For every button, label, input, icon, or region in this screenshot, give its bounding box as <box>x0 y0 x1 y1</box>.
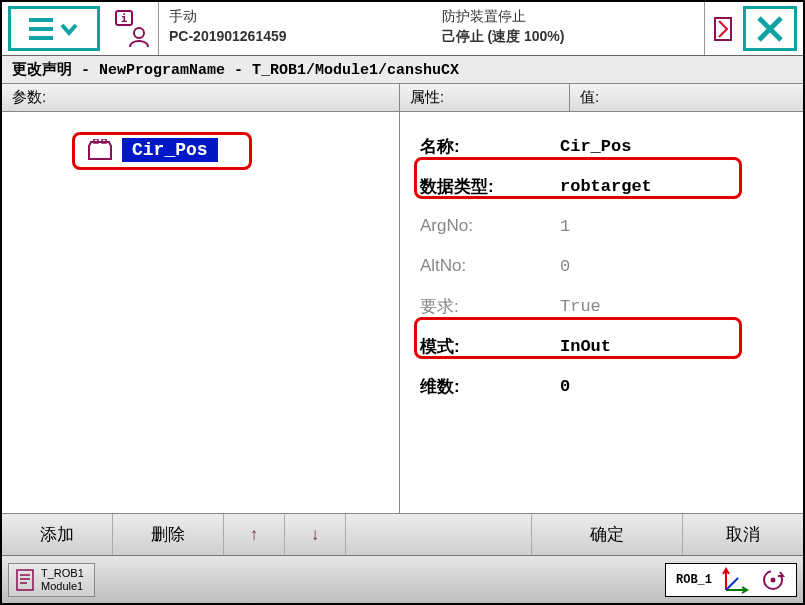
header-parameters: 参数: <box>2 84 400 111</box>
header-value: 值: <box>570 84 803 111</box>
svg-rect-8 <box>17 570 33 590</box>
attribute-row[interactable]: 模式:InOut <box>420 326 791 366</box>
task-name: T_ROB1 <box>41 567 84 580</box>
attribute-label: 数据类型: <box>420 175 560 198</box>
svg-point-2 <box>134 28 144 38</box>
attribute-value: True <box>560 297 791 316</box>
attribute-row[interactable]: AltNo:0 <box>420 246 791 286</box>
system-warning-icon[interactable] <box>705 2 741 55</box>
breadcrumb: 更改声明 - NewProgramName - T_ROB1/Module1/c… <box>2 56 803 84</box>
attribute-value: 1 <box>560 217 791 236</box>
content-area: Cir_Pos 名称:Cir_Pos数据类型:robtargetArgNo:1A… <box>2 112 803 513</box>
delete-button[interactable]: 删除 <box>113 523 223 546</box>
attribute-row[interactable]: 数据类型:robtarget <box>420 166 791 206</box>
status-guard-label: 防护装置停止 <box>442 6 695 26</box>
svg-text:i: i <box>121 12 128 25</box>
close-button[interactable] <box>743 6 797 51</box>
task-module: Module1 <box>41 580 84 593</box>
svg-line-14 <box>726 578 738 590</box>
status-panel: 手动 PC-201901261459 防护装置停止 己停止 (速度 100%) <box>158 2 705 55</box>
parameters-pane: Cir_Pos <box>2 112 400 513</box>
menu-button[interactable] <box>8 6 100 51</box>
attribute-value: 0 <box>560 257 791 276</box>
taskbar: T_ROB1 Module1 ROB_1 <box>2 555 803 603</box>
column-headers: 参数: 属性: 值: <box>2 84 803 112</box>
attribute-value: robtarget <box>560 177 791 196</box>
attribute-label: 名称: <box>420 135 560 158</box>
attribute-row[interactable]: ArgNo:1 <box>420 206 791 246</box>
attribute-row[interactable]: 维数:0 <box>420 366 791 406</box>
jog-rotate-icon <box>760 567 786 593</box>
cancel-button[interactable]: 取消 <box>683 523 803 546</box>
coord-axes-icon <box>722 566 750 594</box>
robot-label: ROB_1 <box>676 573 712 587</box>
attribute-row[interactable]: 名称:Cir_Pos <box>420 126 791 166</box>
button-bar: 添加 删除 ↑ ↓ 确定 取消 <box>2 513 803 555</box>
svg-rect-3 <box>715 18 731 40</box>
move-down-button[interactable]: ↓ <box>285 525 345 545</box>
robot-chip[interactable]: ROB_1 <box>665 563 797 597</box>
ok-button[interactable]: 确定 <box>532 523 682 546</box>
attribute-row[interactable]: 要求:True <box>420 286 791 326</box>
program-module-icon <box>86 138 114 162</box>
move-up-button[interactable]: ↑ <box>224 525 284 545</box>
attribute-value: InOut <box>560 337 791 356</box>
chevron-down-icon <box>59 19 79 39</box>
task-chip[interactable]: T_ROB1 Module1 <box>8 563 95 597</box>
parameter-name-chip: Cir_Pos <box>122 138 218 162</box>
svg-point-16 <box>771 577 776 582</box>
attribute-value: Cir_Pos <box>560 137 791 156</box>
app-root: i 手动 PC-201901261459 防护装置停止 己停止 (速度 100%… <box>0 0 805 605</box>
parameter-row[interactable]: Cir_Pos <box>86 138 399 162</box>
program-icon <box>15 568 35 592</box>
system-bar: i 手动 PC-201901261459 防护装置停止 己停止 (速度 100%… <box>2 2 803 56</box>
operator-icon[interactable]: i <box>106 2 158 55</box>
close-icon <box>755 14 785 44</box>
attributes-pane: 名称:Cir_Pos数据类型:robtargetArgNo:1AltNo:0要求… <box>400 112 803 513</box>
attribute-list: 名称:Cir_Pos数据类型:robtargetArgNo:1AltNo:0要求… <box>400 112 803 406</box>
attribute-label: 要求: <box>420 295 560 318</box>
status-mode-label: 手动 <box>169 6 422 26</box>
attribute-value: 0 <box>560 377 791 396</box>
status-guard: 防护装置停止 己停止 (速度 100%) <box>432 2 705 55</box>
status-mode: 手动 PC-201901261459 <box>159 2 432 55</box>
header-attributes: 属性: <box>400 84 570 111</box>
attribute-label: AltNo: <box>420 256 560 276</box>
attribute-label: ArgNo: <box>420 216 560 236</box>
status-speed-label: 己停止 (速度 100%) <box>442 26 695 46</box>
status-controller-id: PC-201901261459 <box>169 26 422 46</box>
add-button[interactable]: 添加 <box>2 523 112 546</box>
attribute-label: 模式: <box>420 335 560 358</box>
hamburger-icon <box>29 18 53 40</box>
attribute-label: 维数: <box>420 375 560 398</box>
